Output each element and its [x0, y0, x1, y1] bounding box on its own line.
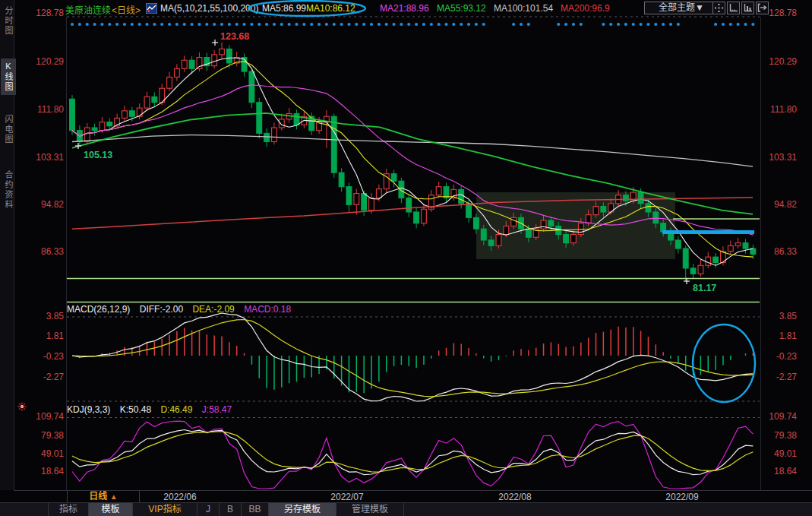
x-axis-date: 2022/08 — [491, 492, 539, 502]
toolbar-item-save-template[interactable]: 另存模板 — [268, 503, 336, 516]
macd-title: MACD(26,12,9) — [67, 304, 130, 315]
trading-app-window: 分时图 K线图 闪电图 合约资料 美原油连续 <日线> MA(5,10,21,5… — [0, 0, 812, 516]
toolbar-item-b[interactable]: B — [219, 503, 241, 516]
toolbar-item-manage-templates[interactable]: 管理模板 — [336, 503, 404, 516]
kdj-title: KDJ(9,3,3) — [67, 404, 110, 415]
crosshair-icon[interactable] — [712, 2, 725, 14]
x-axis-date: 2022/07 — [323, 492, 371, 502]
symbol-name[interactable]: 美原油连续 — [65, 3, 111, 16]
kdj-axis-label: 18.64 — [763, 466, 797, 476]
kdj-indicator-header[interactable]: KDJ(9,3,3) K:50.48 D:46.49 J:58.47 — [67, 404, 239, 415]
macd-axis-label: -2.27 — [763, 372, 797, 382]
triangle-up-icon: ▲ — [110, 492, 118, 501]
macd-axis-label: 3.85 — [763, 311, 797, 321]
kdj-axis-label: 79.38 — [763, 430, 797, 441]
sidebar-tab-time-chart[interactable]: 分时图 — [1, 3, 16, 39]
toolbar-item-indicators[interactable]: 指标 — [48, 503, 88, 516]
axis-bars-icon[interactable] — [741, 2, 754, 14]
macd-diff-value: DIFF:-2.00 — [140, 304, 183, 315]
indicator-flash-icon — [19, 404, 21, 405]
ma200-value: MA200:96.9 — [561, 3, 610, 14]
x-axis-date: 2022/06 — [156, 492, 204, 502]
price-label: 111.80 — [763, 104, 797, 115]
ma5-value: MA5:86.99 — [262, 3, 306, 14]
price-label: 86.33 — [763, 246, 797, 257]
toolbar-item-j[interactable]: J — [197, 503, 219, 516]
period-label: 日线 — [89, 491, 107, 502]
price-label: 103.31 — [763, 152, 797, 163]
period-tag[interactable]: <日线> — [112, 3, 141, 16]
period-selector[interactable]: 日线 ▲ — [67, 491, 140, 502]
indicator-flash-icon — [24, 408, 25, 410]
axis-frame-icon[interactable] — [727, 2, 740, 14]
sidebar-tab-kline-chart[interactable]: K线图 — [1, 59, 16, 95]
chart-mode-sidebar: 分时图 K线图 闪电图 合约资料 — [0, 0, 14, 490]
theme-selector-button[interactable]: 全部主题▼ — [644, 2, 719, 14]
indicator-flash-icon — [21, 405, 24, 408]
bottom-toolbar: 指标 模板 VIP指标 J B BB 另存模板 管理模板 — [0, 503, 812, 516]
kdj-j-value: J:58.47 — [202, 404, 232, 415]
kdj-axis-label: 109.74 — [763, 411, 797, 422]
chart-type-icon[interactable] — [146, 3, 157, 17]
macd-indicator-header[interactable]: MACD(26,12,9) DIFF:-2.00 DEA:-2.09 MACD:… — [67, 304, 298, 315]
x-axis-date: 2022/09 — [658, 492, 706, 502]
toolbar-item-bb[interactable]: BB — [241, 503, 268, 516]
kdj-axis-label: 49.01 — [763, 448, 797, 459]
ma-settings-label: MA(5,10,21,55,100,200) — [160, 3, 258, 14]
kdj-d-value: D:46.49 — [160, 404, 192, 415]
chart-plot-area[interactable] — [67, 17, 760, 490]
toolbar-item-templates[interactable]: 模板 — [88, 503, 132, 516]
indicator-flash-icon — [24, 404, 25, 405]
macd-macd-value: MACD:0.18 — [244, 304, 291, 315]
macd-axis-label: -0.23 — [763, 351, 797, 362]
macd-dea-value: DEA:-2.09 — [192, 304, 234, 315]
price-label: 120.29 — [763, 56, 797, 67]
ma100-value: MA100:101.54 — [494, 3, 553, 14]
macd-axis-label: 1.81 — [763, 331, 797, 341]
ma21-value: MA21:88.96 — [380, 3, 429, 14]
ma55-value: MA55:93.12 — [437, 3, 486, 14]
price-label: 128.78 — [763, 8, 797, 18]
kdj-k-value: K:50.48 — [120, 404, 151, 415]
toolbar-item-vip-indicators[interactable]: VIP指标 — [132, 503, 197, 516]
ma10-value: MA10:86.12 — [306, 3, 355, 14]
indicator-flash-icon — [19, 408, 21, 410]
price-label: 94.82 — [763, 199, 797, 210]
indicator-flash-icon — [21, 406, 23, 407]
sidebar-tab-flash-chart[interactable]: 闪电图 — [1, 112, 16, 147]
sidebar-tab-contract-info[interactable]: 合约资料 — [1, 167, 16, 213]
